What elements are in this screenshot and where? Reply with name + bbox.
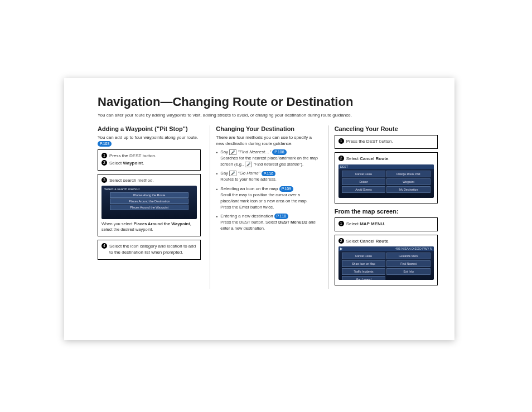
step-box: 3 Select search method. Select a search … [98,174,201,236]
step-number-icon: 2 [338,238,344,244]
step-text: Select the icon category and location to… [109,243,197,255]
page-ref-pill[interactable]: P.108 [272,149,286,154]
step-number-icon: 4 [101,243,107,249]
step-text: Press the DEST button. [346,138,393,144]
step-text: Select Cancel Route. [346,238,390,244]
step-number-icon: 1 [338,138,344,144]
step-box: 1 Select MAP MENU. [335,217,438,231]
nav-screenshot: DEST Cancel Route Change Route Pref. Det… [338,164,434,198]
screenshot-title: Select a search method [101,186,197,192]
heading-from-map: From the map screen: [335,208,438,215]
screenshot-button: Places Along the Route [110,192,188,198]
column-destination: Changing Your Destination There are four… [210,125,319,289]
column-cancel: Canceling Your Route 1 Press the DEST bu… [328,125,438,289]
nav-screenshot: Select a search method Places Along the … [101,186,197,219]
step-item: 2 Select Cancel Route. [338,156,434,162]
heading-cancel: Canceling Your Route [335,125,438,133]
step-number-icon: 2 [101,160,107,166]
screenshot-cell: Waypoint [386,178,431,185]
screenshot-cell: My Destination [386,186,431,193]
step-box: 2 Select Cancel Route. DEST Cancel Route… [335,152,438,203]
screenshot-cell: Exit Info [386,268,431,275]
step-number-icon: 2 [338,156,344,161]
step-number-icon: 3 [101,177,107,183]
body-text: You can add up to four waypoints along y… [98,135,201,147]
step-text: Select search method. [109,177,154,183]
step-box: 1 Press the DEST button. 2 Select Waypoi… [98,149,201,171]
columns: Adding a Waypoint ("Pit Stop") You can a… [98,125,438,289]
screenshot-cell: Find Nearest [386,260,431,267]
step-box: 2 Select Cancel Route. ▶405 N/SAN DIEGO … [335,235,438,285]
list-item: Say 🎤 "Go Home" P.110 Routes to your hom… [216,171,319,183]
voice-icon: 🎤 [229,171,236,176]
step-number-icon: 1 [101,153,107,158]
screenshot-cell: Map Legend [342,276,386,280]
page-ref-pill[interactable]: P.103 [98,141,112,146]
screenshot-header: DEST [338,164,434,169]
step-text: Press the DEST button. [109,153,156,159]
screenshot-header: ▶405 N/SAN DIEGO FWY N [338,246,434,251]
step-box: 4 Select the icon category and location … [98,240,201,260]
heading-destination: Changing Your Destination [216,125,319,133]
voice-icon: 🎤 [245,162,252,167]
step-item: 2 Select Cancel Route. [338,238,434,244]
page-ref-pill[interactable]: P.109 [279,186,293,191]
voice-icon: 🎤 [229,149,236,155]
list-item: Say 🎤 "Find Nearest…" P.108 Searches for… [216,149,319,168]
screenshot-button: Places Around the Waypoint [110,205,188,210]
step-box: 1 Press the DEST button. [335,135,438,149]
screenshot-cell: Show Icon on Map [342,260,386,267]
body-text: There are four methods you can use to sp… [216,135,319,147]
screenshot-cell: Guidance Menu [386,253,431,259]
page-ref-pill[interactable]: P.110 [262,171,275,176]
screenshot-button: Places Around the Destination [110,198,188,204]
heading-waypoint: Adding a Waypoint ("Pit Stop") [98,125,201,133]
screenshot-cell: Avoid Streets [342,186,386,193]
step-item: 3 Select search method. [101,177,197,183]
step-text: Select Cancel Route. [346,156,390,162]
screenshot-cell: Cancel Route [342,171,386,177]
screenshot-cell: Change Route Pref. [386,171,431,177]
page-content: Navigation—Changing Route or Destination… [64,78,454,340]
page-title: Navigation—Changing Route or Destination [98,95,438,109]
screenshot-cell: Detour [342,178,386,185]
list-item: Entering a new destination P.110 Press t… [216,214,319,231]
note-text: When you select Places Around the Waypoi… [101,221,197,232]
step-text: Select MAP MENU. [346,221,385,227]
step-item: 1 Select MAP MENU. [338,221,434,227]
nav-screenshot: ▶405 N/SAN DIEGO FWY N Cancel Route Guid… [338,246,434,280]
list-item: Selecting an icon on the map P.109 Scrol… [216,186,319,210]
step-text: Select Waypoint. [109,160,144,166]
bullet-list: Say 🎤 "Find Nearest…" P.108 Searches for… [216,149,319,232]
screenshot-cell: Cancel Route [342,253,386,259]
step-number-icon: 1 [338,221,344,226]
intro-text: You can alter your route by adding waypo… [98,113,438,118]
step-item: 1 Press the DEST button. [338,138,434,144]
column-waypoint: Adding a Waypoint ("Pit Stop") You can a… [98,125,201,289]
step-item: 1 Press the DEST button. [101,153,197,159]
step-item: 4 Select the icon category and location … [101,243,197,255]
page-ref-pill[interactable]: P.110 [274,214,288,219]
step-item: 2 Select Waypoint. [101,160,197,166]
screenshot-cell: Traffic Incidents [342,268,386,275]
